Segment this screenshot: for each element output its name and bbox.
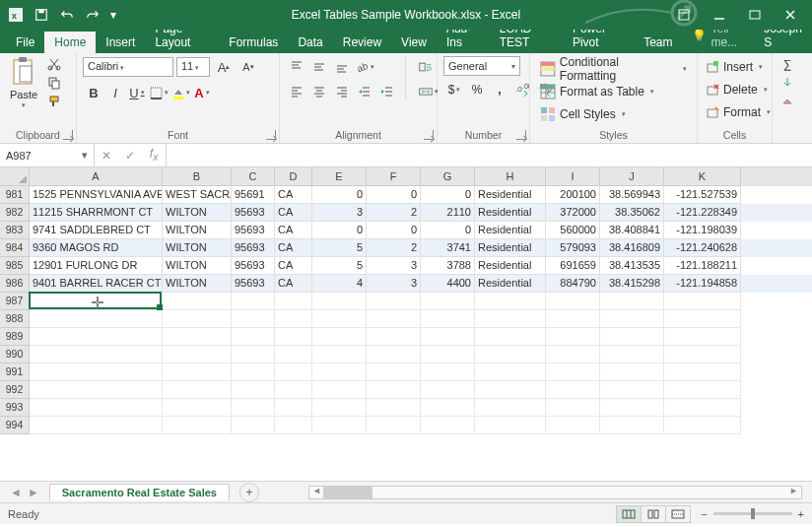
accounting-format-icon[interactable]: $ <box>443 79 465 100</box>
row-header[interactable]: 991 <box>0 363 30 381</box>
cell[interactable] <box>312 346 367 363</box>
cell[interactable]: 372000 <box>546 204 600 222</box>
bold-button[interactable]: B <box>83 82 104 103</box>
row-header[interactable]: 989 <box>0 328 30 346</box>
cell[interactable]: WILTON <box>163 222 232 239</box>
tab-home[interactable]: Home <box>44 32 96 53</box>
cell[interactable] <box>600 399 664 417</box>
view-normal-icon[interactable] <box>616 505 642 523</box>
table-row[interactable]: 990 <box>0 346 812 363</box>
cell[interactable]: WILTON <box>163 204 232 222</box>
cell[interactable]: 3741 <box>421 239 475 257</box>
copy-icon[interactable] <box>45 75 63 91</box>
align-top-icon[interactable] <box>286 56 307 78</box>
cell[interactable] <box>312 363 367 381</box>
cell[interactable] <box>30 328 163 346</box>
cell[interactable] <box>275 399 312 417</box>
cell[interactable] <box>600 293 664 310</box>
cell[interactable]: 12901 FURLONG DR <box>30 257 163 275</box>
cell[interactable] <box>475 293 546 310</box>
table-row[interactable]: 9811525 PENNSYLVANIA AVEWEST SACRA95691C… <box>0 186 812 204</box>
cell[interactable] <box>163 399 232 417</box>
cell[interactable] <box>30 363 163 381</box>
row-header[interactable]: 987 <box>0 293 30 310</box>
cell[interactable]: 1525 PENNSYLVANIA AVE <box>30 186 163 204</box>
decrease-font-icon[interactable]: A▾ <box>237 56 259 78</box>
cancel-formula-icon[interactable]: ✕ <box>95 149 118 163</box>
select-all-button[interactable] <box>0 167 30 186</box>
cell[interactable] <box>367 346 421 363</box>
decrease-indent-icon[interactable] <box>354 81 375 102</box>
worksheet-grid[interactable]: A B C D E F G H I J K 9811525 PENNSYLVAN… <box>0 167 812 481</box>
cell[interactable] <box>312 328 367 346</box>
underline-button[interactable]: U <box>126 82 148 103</box>
cell[interactable]: 5 <box>312 239 367 257</box>
tab-view[interactable]: View <box>391 32 437 53</box>
insert-cells-button[interactable]: Insert <box>704 56 773 78</box>
align-left-icon[interactable] <box>286 81 307 102</box>
sheet-nav-next-icon[interactable]: ► <box>28 486 39 499</box>
col-header-G[interactable]: G <box>421 167 475 186</box>
cell[interactable]: 95693 <box>232 204 275 222</box>
zoom-out-button[interactable]: − <box>701 508 707 520</box>
format-as-table-button[interactable]: Format as Table <box>536 81 691 102</box>
col-header-E[interactable]: E <box>312 167 367 186</box>
cell[interactable] <box>275 293 312 310</box>
name-box[interactable]: A987▾ <box>0 144 95 166</box>
cell[interactable] <box>30 417 163 434</box>
conditional-formatting-button[interactable]: Conditional Formatting <box>536 58 691 80</box>
cell[interactable] <box>421 381 475 399</box>
cell[interactable]: -121.240628 <box>664 239 741 257</box>
cell[interactable] <box>163 363 232 381</box>
table-row[interactable]: 9849360 MAGOS RDWILTON95693CA523741Resid… <box>0 239 812 257</box>
cell[interactable] <box>275 310 312 328</box>
tab-data[interactable]: Data <box>288 32 332 53</box>
table-row[interactable]: 989 <box>0 328 812 346</box>
font-launcher[interactable] <box>266 130 276 140</box>
cell[interactable] <box>421 310 475 328</box>
cell[interactable]: 0 <box>312 222 367 239</box>
cell[interactable] <box>600 381 664 399</box>
cell[interactable] <box>312 381 367 399</box>
cell[interactable]: CA <box>275 204 312 222</box>
cell[interactable]: CA <box>275 239 312 257</box>
cell[interactable] <box>163 346 232 363</box>
cell[interactable] <box>367 417 421 434</box>
cell[interactable] <box>664 293 741 310</box>
comma-format-icon[interactable]: , <box>489 79 510 100</box>
cell[interactable] <box>600 363 664 381</box>
undo-icon[interactable] <box>55 3 79 27</box>
border-button[interactable] <box>148 82 169 103</box>
col-header-H[interactable]: H <box>475 167 546 186</box>
cell[interactable]: CA <box>275 186 312 204</box>
clipboard-launcher[interactable] <box>63 130 73 140</box>
orientation-icon[interactable]: ab <box>354 56 375 78</box>
cell[interactable] <box>232 293 275 310</box>
fill-color-button[interactable] <box>169 82 191 103</box>
row-header[interactable]: 992 <box>0 381 30 399</box>
delete-cells-button[interactable]: Delete <box>704 79 773 100</box>
new-sheet-button[interactable]: + <box>239 483 259 502</box>
table-row[interactable]: 98512901 FURLONG DRWILTON95693CA533788Re… <box>0 257 812 275</box>
format-painter-icon[interactable] <box>45 94 63 109</box>
cell[interactable] <box>664 310 741 328</box>
cell[interactable] <box>421 328 475 346</box>
cell[interactable] <box>546 328 600 346</box>
cell[interactable] <box>475 381 546 399</box>
cell[interactable] <box>546 399 600 417</box>
tab-file[interactable]: File <box>6 32 44 53</box>
cell[interactable]: WILTON <box>163 257 232 275</box>
table-row[interactable]: 98211215 SHARRMONT CTWILTON95693CA322110… <box>0 204 812 222</box>
cell[interactable] <box>163 381 232 399</box>
col-header-D[interactable]: D <box>275 167 312 186</box>
view-page-layout-icon[interactable] <box>641 505 666 523</box>
align-bottom-icon[interactable] <box>331 56 353 78</box>
sheet-nav-prev-icon[interactable]: ◄ <box>10 486 22 499</box>
cell[interactable] <box>367 293 421 310</box>
cell[interactable] <box>475 399 546 417</box>
cell[interactable] <box>163 417 232 434</box>
close-icon[interactable] <box>773 0 808 30</box>
cell[interactable] <box>367 363 421 381</box>
align-right-icon[interactable] <box>331 81 353 102</box>
cell[interactable] <box>600 310 664 328</box>
